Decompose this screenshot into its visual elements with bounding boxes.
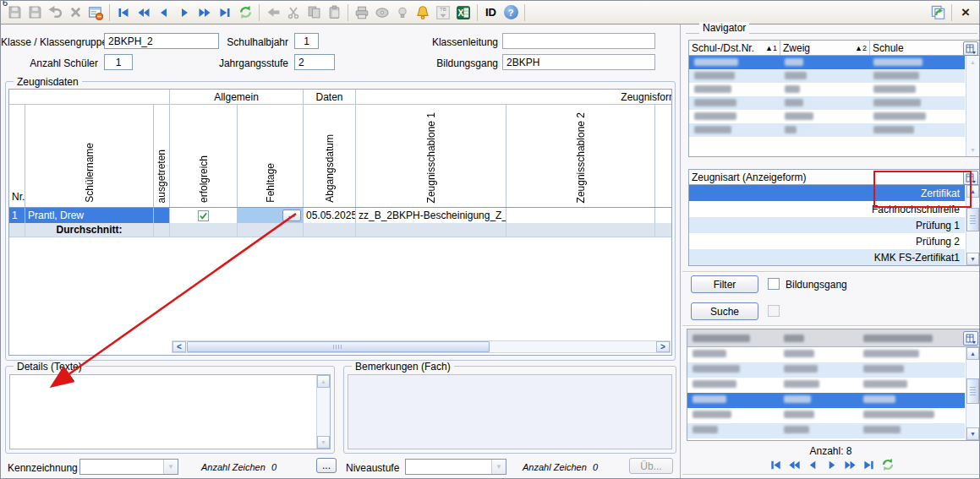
navigator-row[interactable] [689,56,965,69]
jahrgangsstufe-input[interactable]: 2 [294,54,335,70]
refresh-button[interactable] [235,3,255,23]
zeugnisart-item[interactable]: Prüfung 1 [689,217,965,233]
last-record-button[interactable] [215,3,235,23]
col-header-nr[interactable]: Nr. [9,105,25,207]
first-record-button[interactable] [769,459,782,471]
results-gridview-button[interactable] [963,331,978,346]
student-row[interactable]: 1 Prantl, Drew ... 05.05.2025 zz_B_2BKPH… [9,208,671,223]
results-row[interactable] [687,423,965,438]
switch-view-button[interactable] [928,3,948,23]
previous-record-button[interactable] [154,3,174,23]
results-row-selected[interactable] [687,393,965,408]
anzahl-schueler-input[interactable]: 1 [104,54,133,70]
cell-fehltage[interactable]: ... [237,208,303,223]
scroll-up-button[interactable]: ▲ [317,375,330,388]
col-header-abgangsdatum[interactable]: Abgangsdatum [303,105,355,207]
cell-zeugnisschablone1[interactable]: zz_B_2BKPH-Bescheinigung_Z_A4... [355,208,506,223]
close-button[interactable]: × [955,3,976,23]
last-record-button[interactable] [862,459,875,471]
notification-button[interactable] [413,3,433,23]
filter-button[interactable]: Filter [691,275,758,293]
navigator-row[interactable] [689,83,965,96]
bildungsgang-input[interactable]: 2BKPH [502,54,655,70]
cell-zeugnisschablone2[interactable] [506,208,654,223]
scrollbar-track[interactable] [966,68,979,144]
navigator-col-schulnr[interactable]: Schul-/Dst.Nr. ▲1 [689,41,780,55]
col-header-ausgetreten[interactable]: ausgetreten [153,105,169,207]
results-row[interactable] [687,347,965,362]
scroll-up-button[interactable]: ▲ [966,56,979,68]
navigator-col-zweig[interactable]: Zweig ▲2 [780,41,870,55]
niveaustufe-combobox[interactable]: ▼ [405,459,506,475]
navigator-row[interactable] [689,96,965,110]
col-header-zeugnisschablone1[interactable]: Zeugnisschablone 1 [355,105,506,207]
details-scrollbar[interactable]: ▲ ▼ [316,375,330,449]
navigator-row[interactable] [689,110,965,123]
export-disk-button[interactable] [372,3,392,23]
scroll-down-button[interactable]: ▼ [966,253,979,265]
scroll-left-button[interactable]: < [172,341,186,352]
previous-record-button[interactable] [807,459,819,471]
undo-button[interactable] [45,3,65,23]
kennzeichnung-combobox[interactable]: ▼ [79,459,178,475]
scrollbar-thumb[interactable] [966,378,979,404]
record-form-button[interactable] [85,3,106,23]
navigator-row[interactable] [689,123,965,137]
cell-nr[interactable]: 1 [9,208,25,223]
fast-previous-button[interactable] [788,459,801,471]
navigator-gridview-button[interactable] [963,41,978,56]
refresh-button[interactable] [881,458,895,471]
scroll-down-button[interactable]: ▼ [966,427,979,440]
erfolgreich-checkbox[interactable] [198,210,209,221]
bildungsgang-checkbox[interactable] [768,278,780,290]
chevron-down-icon[interactable]: ▼ [163,460,178,474]
table-horizontal-scrollbar[interactable]: < > [172,340,671,353]
fast-next-button[interactable] [194,3,215,23]
next-record-button[interactable] [825,459,838,471]
navigator-scrollbar[interactable]: ▲ ▼ [966,56,979,156]
details-textarea[interactable] [9,374,331,449]
bemerkungen-textarea[interactable] [348,374,672,449]
suche-checkbox[interactable] [768,305,780,317]
details-more-button[interactable]: ... [316,458,337,473]
scrollbar-thumb[interactable] [966,208,979,231]
cell-schuelername[interactable]: Prantl, Drew [25,208,153,223]
schulhalbjahr-input[interactable]: 1 [294,33,319,49]
scroll-right-button[interactable]: > [656,341,670,352]
back-button[interactable] [263,3,283,23]
zeugnisart-item[interactable]: Prüfung 2 [689,233,965,249]
scrollbar-track[interactable] [966,360,979,427]
excel-export-button[interactable]: X [453,3,474,23]
help-button[interactable]: ? [501,3,521,23]
scroll-down-button[interactable]: ▼ [966,144,979,156]
cell-erfolgreich[interactable] [169,208,237,223]
scrollbar-track[interactable] [186,341,656,352]
navigator-row[interactable] [689,69,965,83]
col-header-erfolgreich[interactable]: erfolgreich [169,105,237,207]
chevron-down-icon[interactable]: ▼ [491,460,506,474]
results-row[interactable] [687,362,965,378]
next-record-button[interactable] [174,3,194,23]
results-row[interactable] [687,408,965,423]
scrollbar-track[interactable] [317,388,330,436]
tb-transfer-button[interactable]: TB TB [433,3,453,23]
first-record-button[interactable] [113,3,134,23]
results-row[interactable] [687,378,965,393]
delete-button[interactable] [65,3,85,23]
cut-button[interactable] [283,3,304,23]
hint-button[interactable] [392,3,413,23]
navigator-col-schule[interactable]: Schule [870,41,962,55]
paste-button[interactable] [324,3,344,23]
scroll-up-button[interactable]: ▲ [966,347,979,360]
zeugnisart-item[interactable]: KMK FS-Zertifikat1 [689,249,965,265]
col-header-schuelername[interactable]: Schülername [25,105,153,207]
id-button[interactable]: ID [481,3,501,23]
fehltage-ellipsis-button[interactable]: ... [282,210,301,221]
uebernehmen-button[interactable]: Üb... [629,458,673,474]
cell-ausgetreten[interactable] [153,208,169,223]
copy-button[interactable] [304,3,324,23]
fast-previous-button[interactable] [134,3,154,23]
suche-button[interactable]: Suche [691,302,758,320]
scrollbar-thumb[interactable] [187,341,490,352]
cell-abgangsdatum[interactable]: 05.05.2025 [303,208,355,223]
